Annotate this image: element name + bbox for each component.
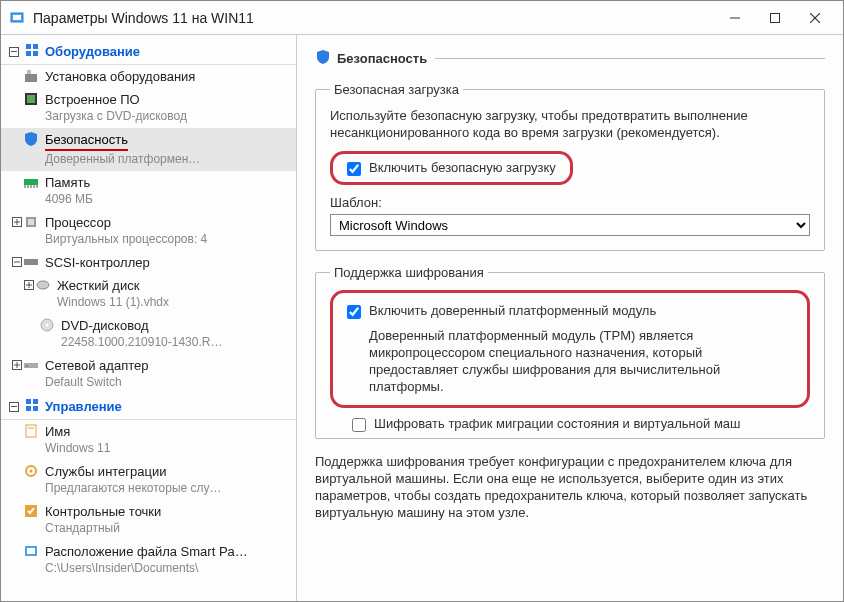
settings-window: Параметры Windows 11 на WIN11 Оборудован… — [0, 0, 844, 602]
collapse-icon[interactable] — [11, 254, 23, 271]
expand-icon[interactable] — [11, 357, 23, 374]
svg-rect-10 — [25, 74, 37, 82]
encrypt-migration-checkbox-input[interactable] — [352, 418, 366, 432]
svg-point-31 — [37, 281, 49, 289]
sidebar-item-dvd[interactable]: DVD-дисковод 22458.1000.210910-1430.R… — [1, 314, 296, 354]
checkpoint-icon — [23, 503, 39, 519]
grid-icon — [25, 43, 39, 60]
maximize-button[interactable] — [755, 4, 795, 32]
encryption-legend: Поддержка шифрования — [330, 265, 488, 280]
secure-boot-highlight: Включить безопасную загрузку — [330, 151, 573, 185]
encrypt-migration-checkbox[interactable]: Шифровать трафик миграции состояния и ви… — [352, 416, 810, 432]
sidebar-item-firmware[interactable]: Встроенное ПО Загрузка с DVD-дисковод — [1, 88, 296, 128]
cpu-icon — [23, 214, 39, 230]
sidebar-item-integration[interactable]: Службы интеграции Предлагаются некоторые… — [1, 460, 296, 500]
template-select[interactable]: Microsoft Windows — [330, 214, 810, 236]
svg-rect-40 — [33, 399, 38, 404]
titlebar: Параметры Windows 11 на WIN11 — [1, 1, 843, 35]
sidebar-item-memory[interactable]: Память 4096 МБ — [1, 171, 296, 211]
sidebar-item-smartpaging[interactable]: Расположение файла Smart Pa… C:\Users\In… — [1, 540, 296, 580]
hdd-icon — [35, 277, 51, 293]
sidebar-item-cpu[interactable]: Процессор Виртуальных процессоров: 4 — [1, 211, 296, 251]
sidebar-section-hardware[interactable]: Оборудование — [1, 39, 296, 65]
sidebar-item-scsi[interactable]: SCSI-контроллер — [1, 251, 296, 274]
tpm-checkbox-input[interactable] — [347, 305, 361, 319]
dvd-icon — [39, 317, 55, 333]
tpm-desc: Доверенный платформенный модуль (TPM) яв… — [369, 327, 793, 395]
svg-rect-9 — [33, 51, 38, 56]
sidebar-item-security[interactable]: Безопасность Доверенный платформен… — [1, 128, 296, 171]
controller-icon — [23, 254, 39, 270]
management-header-label: Управление — [45, 399, 122, 414]
svg-rect-11 — [27, 70, 31, 74]
shield-icon — [315, 49, 331, 68]
sidebar: Оборудование Установка оборудования Встр… — [1, 35, 297, 601]
expand-icon[interactable] — [23, 277, 35, 294]
sidebar-item-network[interactable]: Сетевой адаптер Default Switch — [1, 354, 296, 394]
svg-rect-8 — [26, 51, 31, 56]
svg-rect-42 — [33, 406, 38, 411]
network-icon — [23, 357, 39, 373]
smartpaging-icon — [23, 543, 39, 559]
secure-boot-checkbox-input[interactable] — [347, 162, 361, 176]
secure-boot-group: Безопасная загрузка Используйте безопасн… — [315, 82, 825, 251]
svg-rect-43 — [26, 425, 36, 437]
name-icon — [23, 423, 39, 439]
expand-icon[interactable] — [11, 214, 23, 231]
hardware-header-label: Оборудование — [45, 44, 140, 59]
add-hardware-icon — [23, 68, 39, 84]
svg-rect-38 — [26, 365, 28, 367]
svg-rect-39 — [26, 399, 31, 404]
page-title: Безопасность — [337, 51, 427, 66]
window-title: Параметры Windows 11 на WIN11 — [33, 10, 715, 26]
svg-rect-49 — [27, 548, 35, 554]
encryption-group: Поддержка шифрования Включить доверенный… — [315, 265, 825, 439]
services-icon — [23, 463, 39, 479]
secure-boot-desc: Используйте безопасную загрузку, чтобы п… — [330, 107, 810, 141]
content-pane: Безопасность Безопасная загрузка Использ… — [297, 35, 843, 601]
tpm-checkbox[interactable]: Включить доверенный платформенный модуль — [347, 303, 793, 319]
encryption-info: Поддержка шифрования требует конфигураци… — [315, 453, 825, 521]
page-header: Безопасность — [315, 49, 825, 68]
svg-rect-24 — [28, 219, 34, 225]
sidebar-section-management[interactable]: Управление — [1, 394, 296, 420]
svg-rect-41 — [26, 406, 31, 411]
svg-rect-27 — [24, 259, 38, 265]
svg-point-46 — [30, 470, 33, 473]
sidebar-item-hdd[interactable]: Жесткий диск Windows 11 (1).vhdx — [1, 274, 296, 314]
svg-rect-14 — [24, 179, 38, 185]
template-label: Шаблон: — [330, 195, 810, 210]
svg-rect-1 — [13, 15, 21, 20]
tpm-highlight: Включить доверенный платформенный модуль… — [330, 290, 810, 408]
svg-rect-13 — [27, 95, 35, 103]
collapse-icon[interactable] — [9, 47, 19, 57]
shield-icon — [23, 131, 39, 147]
secure-boot-legend: Безопасная загрузка — [330, 82, 463, 97]
collapse-icon[interactable] — [9, 402, 19, 412]
minimize-button[interactable] — [715, 4, 755, 32]
grid-icon — [25, 398, 39, 415]
firmware-icon — [23, 91, 39, 107]
svg-point-33 — [46, 324, 49, 327]
app-icon — [9, 10, 25, 26]
svg-rect-7 — [33, 44, 38, 49]
sidebar-item-checkpoints[interactable]: Контрольные точки Стандартный — [1, 500, 296, 540]
svg-rect-3 — [771, 13, 780, 22]
memory-icon — [23, 174, 39, 190]
close-button[interactable] — [795, 4, 835, 32]
secure-boot-checkbox[interactable]: Включить безопасную загрузку — [347, 160, 556, 176]
svg-rect-6 — [26, 44, 31, 49]
sidebar-item-name[interactable]: Имя Windows 11 — [1, 420, 296, 460]
sidebar-item-add-hardware[interactable]: Установка оборудования — [1, 65, 296, 88]
